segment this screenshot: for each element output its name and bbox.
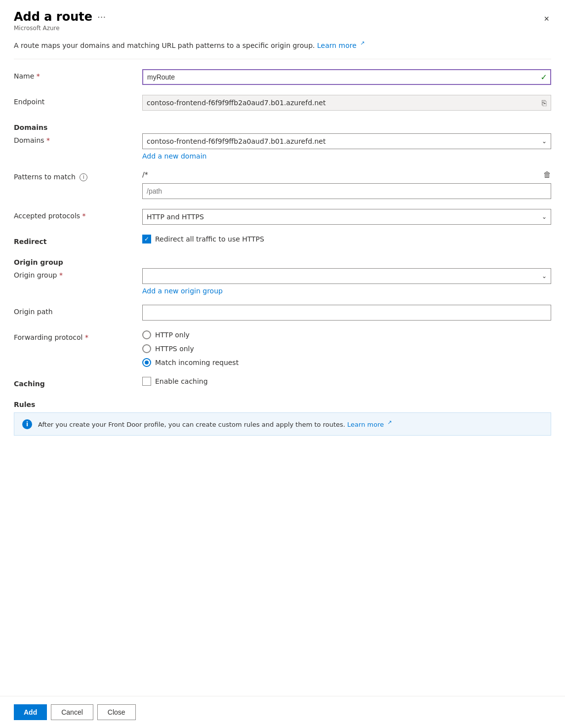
name-label: Name * — [14, 69, 142, 80]
pattern-item: /* 🗑 — [142, 170, 551, 179]
protocols-value: HTTP and HTTPS — [147, 213, 535, 221]
origin-path-input[interactable] — [142, 305, 551, 321]
match-incoming-radio-row[interactable]: Match incoming request — [142, 358, 551, 367]
origin-path-row: Origin path — [14, 305, 551, 321]
pattern-input[interactable] — [142, 183, 551, 199]
info-banner-learn-more-link[interactable]: Learn more ↗ — [347, 421, 392, 428]
cancel-button[interactable]: Cancel — [51, 704, 93, 720]
footer: Add Cancel Close — [0, 696, 565, 728]
protocols-label: Accepted protocols * — [14, 209, 142, 220]
http-only-label: HTTP only — [155, 331, 190, 339]
endpoint-control: contoso-frontend-f6f9f9ffb2a0aud7.b01.az… — [142, 95, 551, 111]
add-origin-group-link[interactable]: Add a new origin group — [142, 287, 223, 295]
form-content: Name * ✓ Endpoint contoso-frontend-f6f9f… — [0, 59, 565, 696]
name-required: * — [37, 72, 40, 80]
rules-section-heading: Rules — [14, 398, 142, 408]
protocols-row: Accepted protocols * HTTP and HTTPS ⌄ — [14, 209, 551, 225]
origin-group-chevron-icon: ⌄ — [542, 273, 547, 280]
domains-required: * — [46, 136, 50, 144]
info-external-link-icon: ↗ — [387, 419, 392, 426]
redirect-checkbox[interactable] — [142, 235, 151, 243]
https-only-radio-row[interactable]: HTTPS only — [142, 344, 551, 353]
info-banner-text: After you create your Front Door profile… — [38, 419, 392, 430]
panel-subtitle: Microsoft Azure — [14, 25, 106, 32]
name-row: Name * ✓ — [14, 69, 551, 85]
copy-icon[interactable]: ⎘ — [542, 98, 547, 107]
caching-label: Caching — [14, 377, 142, 388]
domains-dropdown[interactable]: contoso-frontend-f6f9f9ffb2a0aud7.b01.az… — [142, 133, 551, 149]
domains-section-heading: Domains — [14, 121, 142, 131]
origin-section-row: Origin group — [14, 255, 551, 266]
http-only-radio[interactable] — [142, 330, 151, 339]
delete-pattern-icon[interactable]: 🗑 — [543, 170, 551, 179]
pattern-value: /* — [142, 170, 539, 178]
name-input[interactable] — [142, 69, 551, 85]
patterns-control: /* 🗑 — [142, 170, 551, 199]
caching-checkbox-row: Enable caching — [142, 377, 551, 386]
endpoint-label: Endpoint — [14, 95, 142, 106]
name-control: ✓ — [142, 69, 551, 85]
title-block: Add a route ··· Microsoft Azure — [14, 10, 106, 32]
caching-checkbox[interactable] — [142, 377, 151, 386]
origin-group-row: Origin group * ⌄ Add a new origin group — [14, 268, 551, 295]
https-only-label: HTTPS only — [155, 345, 194, 353]
name-valid-icon: ✓ — [541, 72, 547, 81]
add-route-panel: Add a route ··· Microsoft Azure × A rout… — [0, 0, 565, 728]
origin-section-heading: Origin group — [14, 255, 142, 266]
origin-group-dropdown[interactable]: ⌄ — [142, 268, 551, 284]
add-button[interactable]: Add — [14, 704, 47, 720]
domains-control: contoso-frontend-f6f9f9ffb2a0aud7.b01.az… — [142, 133, 551, 160]
origin-path-label: Origin path — [14, 305, 142, 316]
patterns-info-icon[interactable]: i — [80, 173, 87, 181]
forwarding-required: * — [85, 333, 88, 341]
domains-section-row: Domains — [14, 121, 551, 131]
close-button[interactable]: Close — [97, 704, 136, 720]
info-banner-icon: i — [22, 419, 32, 429]
panel-description: A route maps your domains and matching U… — [0, 36, 565, 59]
patterns-row: Patterns to match i /* 🗑 — [14, 170, 551, 199]
protocols-control: HTTP and HTTPS ⌄ — [142, 209, 551, 225]
forwarding-label: Forwarding protocol * — [14, 330, 142, 341]
forwarding-row: Forwarding protocol * HTTP only HTTPS on… — [14, 330, 551, 367]
panel-menu-icon[interactable]: ··· — [97, 12, 106, 22]
caching-row: Caching Enable caching — [14, 377, 551, 388]
domains-row: Domains * contoso-frontend-f6f9f9ffb2a0a… — [14, 133, 551, 160]
patterns-label: Patterns to match i — [14, 170, 142, 181]
origin-path-control — [142, 305, 551, 321]
domains-chevron-icon: ⌄ — [542, 138, 547, 145]
external-link-icon: ↗ — [360, 40, 364, 46]
redirect-checkbox-label: Redirect all traffic to use HTTPS — [155, 235, 264, 243]
close-icon-button[interactable]: × — [542, 12, 551, 26]
redirect-row: Redirect Redirect all traffic to use HTT… — [14, 235, 551, 245]
domains-value: contoso-frontend-f6f9f9ffb2a0aud7.b01.az… — [147, 137, 535, 145]
endpoint-value: contoso-frontend-f6f9f9ffb2a0aud7.b01.az… — [147, 99, 533, 107]
origin-group-control: ⌄ Add a new origin group — [142, 268, 551, 295]
caching-checkbox-label: Enable caching — [155, 377, 208, 385]
add-domain-link[interactable]: Add a new domain — [142, 152, 206, 160]
learn-more-link[interactable]: Learn more ↗ — [317, 41, 365, 49]
panel-header: Add a route ··· Microsoft Azure × — [0, 0, 565, 36]
origin-group-required: * — [59, 271, 63, 279]
match-incoming-label: Match incoming request — [155, 359, 239, 366]
name-input-wrapper: ✓ — [142, 69, 551, 85]
rules-section-row: Rules — [14, 398, 551, 408]
forwarding-radio-group: HTTP only HTTPS only Match incoming requ… — [142, 330, 551, 367]
protocols-chevron-icon: ⌄ — [542, 213, 547, 220]
origin-group-label: Origin group * — [14, 268, 142, 279]
redirect-label: Redirect — [14, 235, 142, 245]
domains-label: Domains * — [14, 133, 142, 144]
forwarding-control: HTTP only HTTPS only Match incoming requ… — [142, 330, 551, 367]
caching-control: Enable caching — [142, 377, 551, 386]
protocols-dropdown[interactable]: HTTP and HTTPS ⌄ — [142, 209, 551, 225]
protocols-required: * — [82, 212, 86, 220]
redirect-control: Redirect all traffic to use HTTPS — [142, 235, 551, 243]
info-banner: i After you create your Front Door profi… — [14, 412, 551, 436]
https-only-radio[interactable] — [142, 344, 151, 353]
endpoint-row: Endpoint contoso-frontend-f6f9f9ffb2a0au… — [14, 95, 551, 111]
endpoint-input: contoso-frontend-f6f9f9ffb2a0aud7.b01.az… — [142, 95, 551, 111]
match-incoming-radio[interactable] — [142, 358, 151, 367]
redirect-checkbox-row: Redirect all traffic to use HTTPS — [142, 235, 551, 243]
panel-title: Add a route ··· — [14, 10, 106, 24]
title-text: Add a route — [14, 10, 92, 24]
http-only-radio-row[interactable]: HTTP only — [142, 330, 551, 339]
